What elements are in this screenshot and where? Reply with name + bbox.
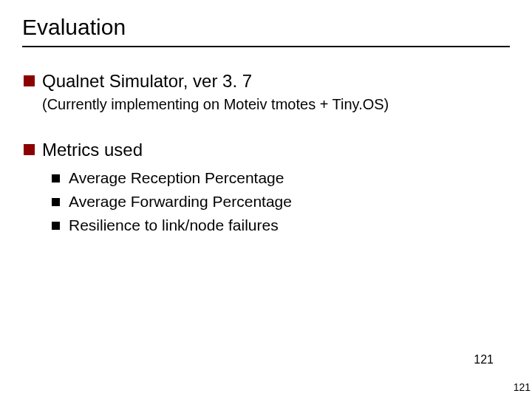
bullet-subtext: (Currently implementing on Moteiv tmotes… — [42, 96, 510, 113]
bullet-group-1: Qualnet Simulator, ver 3. 7 (Currently i… — [22, 71, 510, 113]
title-rule — [22, 46, 510, 47]
bullet-text: Metrics used — [42, 140, 143, 160]
bullet-text: Average Forwarding Percentage — [69, 193, 292, 211]
bullet-text: Qualnet Simulator, ver 3. 7 — [42, 71, 252, 92]
list-item: Metrics used — [24, 140, 510, 160]
bullet-group-2: Metrics used Average Reception Percentag… — [22, 140, 510, 234]
square-bullet-icon — [52, 198, 60, 206]
slide: Evaluation Qualnet Simulator, ver 3. 7 (… — [0, 0, 532, 399]
page-number-inner: 121 — [474, 353, 494, 366]
square-bullet-icon — [52, 174, 60, 183]
page-title: Evaluation — [22, 15, 510, 40]
list-item: Average Reception Percentage — [52, 169, 510, 187]
list-item: Resilience to link/node failures — [52, 216, 510, 234]
list-item: Average Forwarding Percentage — [52, 193, 510, 211]
square-bullet-icon — [52, 222, 60, 230]
square-bullet-icon — [24, 75, 35, 86]
square-bullet-icon — [24, 144, 35, 155]
list-item: Qualnet Simulator, ver 3. 7 — [24, 71, 510, 92]
bullet-text: Resilience to link/node failures — [69, 216, 279, 234]
bullet-text: Average Reception Percentage — [69, 169, 284, 187]
page-number-outer: 121 — [514, 381, 531, 393]
